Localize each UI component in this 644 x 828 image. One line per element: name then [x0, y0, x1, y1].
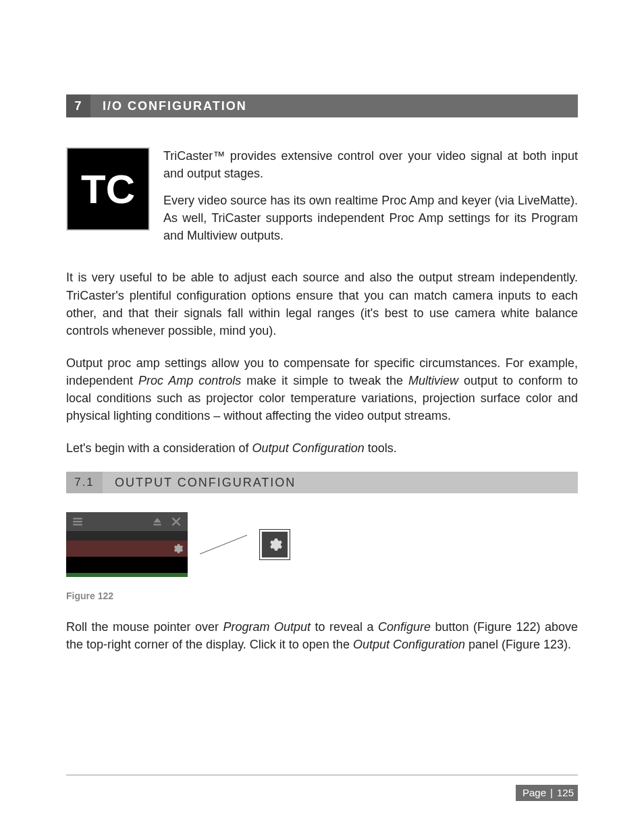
- page-separator: |: [550, 785, 553, 800]
- footer-rule: [66, 775, 578, 775]
- svg-rect-2: [73, 524, 82, 526]
- panel-titlebar: [66, 512, 188, 531]
- list-icon: [72, 516, 84, 528]
- intro-paragraph-1: TriCaster™ provides extensive control ov…: [163, 147, 578, 182]
- final-part-b: to reveal a: [315, 620, 377, 634]
- final-italic-3: Output Configuration: [353, 638, 465, 651]
- gear-zoom-inner: [262, 532, 288, 557]
- section-heading: 7.1 OUTPUT CONFIGURATION: [66, 472, 578, 493]
- close-icon: [170, 516, 182, 528]
- eject-icon: [151, 516, 163, 528]
- body-p2-part-b: make it simple to tweak the: [246, 374, 408, 387]
- gear-zoom-callout: [259, 529, 290, 560]
- figure-caption: Figure 122: [66, 589, 578, 603]
- final-italic-2: Configure: [378, 620, 431, 634]
- body-p3-italic: Output Configuration: [252, 441, 365, 455]
- section-title: OUTPUT CONFIGURATION: [103, 472, 578, 493]
- svg-line-7: [200, 535, 247, 554]
- chapter-number: 7: [66, 94, 90, 117]
- final-part-a: Roll the mouse pointer over: [66, 620, 223, 634]
- body-p2-italic-1: Proc Amp controls: [138, 374, 241, 387]
- panel-bottom-edge: [66, 573, 188, 577]
- page-label: Page: [522, 785, 546, 800]
- page-number-badge: Page | 125: [516, 785, 578, 801]
- intro-paragraph-2: Every video source has its own realtime …: [163, 192, 578, 244]
- svg-rect-1: [73, 521, 82, 522]
- svg-rect-0: [73, 518, 82, 520]
- body-p2-italic-2: Multiview: [408, 374, 458, 387]
- body-paragraph-3: Let's begin with a consideration of Outp…: [66, 439, 578, 457]
- body-p3-part-b: tools.: [368, 441, 397, 455]
- page-number: 125: [557, 785, 574, 800]
- svg-marker-3: [153, 518, 161, 523]
- chapter-title: I/O CONFIGURATION: [90, 94, 578, 117]
- final-part-d: panel (Figure 123).: [468, 638, 571, 651]
- body-p3-part-a: Let's begin with a consideration of: [66, 441, 252, 455]
- body-paragraph-1: It is very useful to be able to adjust e…: [66, 269, 578, 339]
- final-paragraph: Roll the mouse pointer over Program Outp…: [66, 618, 578, 653]
- tc-logo-badge: TC: [66, 147, 150, 231]
- program-output-panel-mock: [66, 512, 188, 577]
- svg-rect-4: [153, 524, 161, 526]
- gear-icon: [267, 536, 283, 553]
- gear-icon: [171, 543, 184, 555]
- zoom-connector-line: [200, 531, 247, 558]
- intro-row: TC TriCaster™ provides extensive control…: [66, 147, 578, 254]
- document-page: 7 I/O CONFIGURATION TC TriCaster™ provid…: [0, 0, 644, 828]
- final-italic-1: Program Output: [223, 620, 311, 634]
- panel-body: [66, 557, 188, 573]
- panel-config-row: [66, 541, 188, 557]
- figure-122: [66, 512, 578, 577]
- intro-text: TriCaster™ provides extensive control ov…: [163, 147, 578, 254]
- section-number: 7.1: [66, 472, 103, 493]
- panel-spacer: [66, 531, 188, 541]
- body-paragraph-2: Output proc amp settings allow you to co…: [66, 354, 578, 424]
- chapter-heading: 7 I/O CONFIGURATION: [66, 94, 578, 117]
